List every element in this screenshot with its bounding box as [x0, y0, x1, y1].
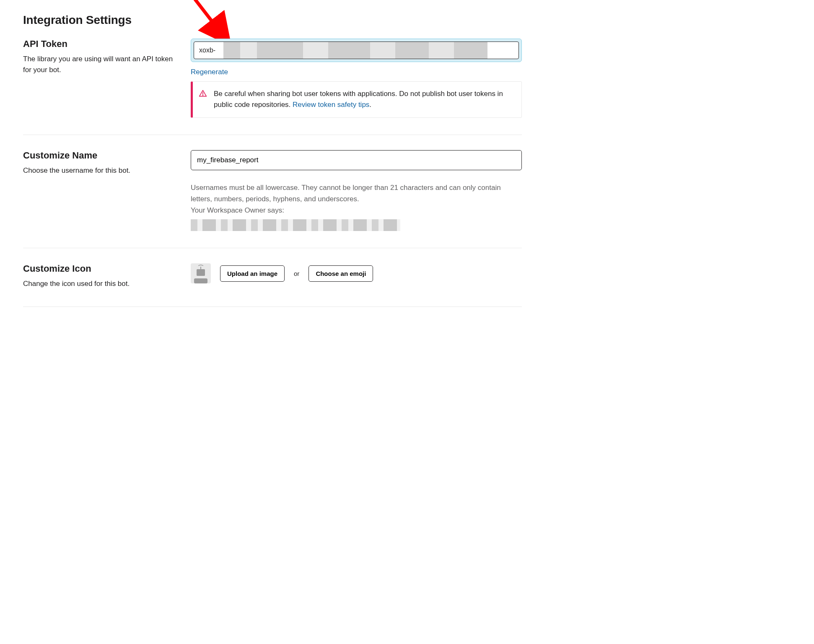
svg-rect-3: [197, 269, 205, 276]
api-token-input[interactable]: xoxb-: [194, 42, 519, 59]
customize-name-description: Choose the username for this bot.: [23, 165, 174, 176]
api-token-field-wrap: xoxb-: [191, 39, 522, 62]
or-separator: or: [294, 270, 299, 277]
section-divider: [23, 135, 522, 135]
section-customize-name: Customize Name Choose the username for t…: [23, 150, 522, 248]
regenerate-link[interactable]: Regenerate: [191, 68, 228, 76]
token-warning-text: Be careful when sharing bot user tokens …: [214, 88, 514, 111]
bot-username-input[interactable]: [191, 150, 522, 170]
section-divider: [23, 248, 522, 248]
workspace-owner-message-redacted: [191, 219, 400, 231]
api-token-heading: API Token: [23, 39, 174, 49]
workspace-owner-says: Your Workspace Owner says:: [191, 205, 522, 216]
section-divider: [23, 306, 522, 307]
page-title: Integration Settings: [23, 13, 522, 27]
section-api-token: API Token The library you are using will…: [23, 39, 522, 135]
customize-name-heading: Customize Name: [23, 150, 174, 161]
token-safety-link[interactable]: Review token safety tips: [293, 101, 369, 109]
username-helper-text: Usernames must be all lowercase. They ca…: [191, 182, 522, 231]
customize-icon-description: Change the icon used for this bot.: [23, 278, 174, 289]
api-token-description: The library you are using will want an A…: [23, 54, 174, 76]
svg-point-2: [203, 95, 203, 96]
choose-emoji-button[interactable]: Choose an emoji: [308, 265, 373, 282]
section-customize-icon: Customize Icon Change the icon used for …: [23, 263, 522, 306]
api-token-prefix: xoxb-: [199, 47, 216, 54]
username-rules: Usernames must be all lowercase. They ca…: [191, 182, 522, 205]
customize-icon-heading: Customize Icon: [23, 263, 174, 274]
warning-text-part2: .: [369, 101, 371, 109]
token-warning-callout: Be careful when sharing bot user tokens …: [191, 81, 522, 118]
svg-rect-4: [194, 278, 207, 283]
upload-image-button[interactable]: Upload an image: [220, 265, 285, 282]
bot-avatar-preview: [191, 263, 211, 283]
warning-icon: [199, 89, 207, 111]
